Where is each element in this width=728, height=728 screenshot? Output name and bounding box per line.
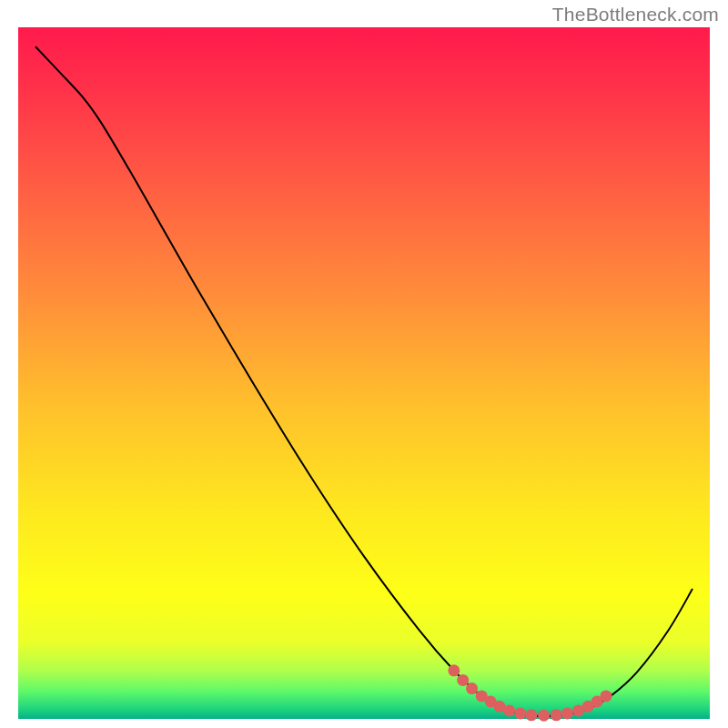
optimal-dot <box>551 709 562 721</box>
optimal-dot <box>503 704 515 716</box>
optimal-dot <box>448 664 460 676</box>
plot-background <box>18 27 710 719</box>
optimal-dot <box>601 690 612 702</box>
optimal-dot <box>561 707 573 719</box>
chart-container: { "watermark": "TheBottleneck.com", "cha… <box>0 0 728 728</box>
optimal-dot <box>457 674 469 686</box>
optimal-dot <box>514 707 526 719</box>
watermark-text: TheBottleneck.com <box>552 4 719 25</box>
optimal-dot <box>525 709 537 721</box>
optimal-dot <box>538 710 550 722</box>
bottleneck-chart <box>0 0 728 728</box>
optimal-dot <box>466 682 478 694</box>
